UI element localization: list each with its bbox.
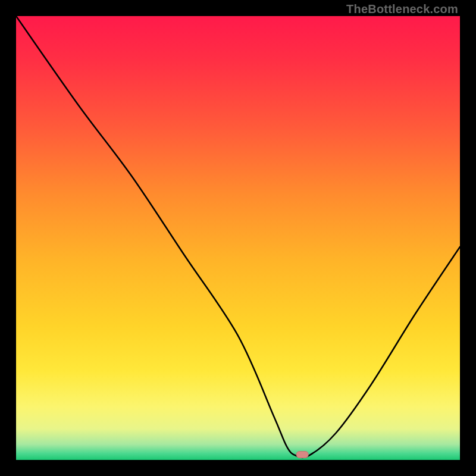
chart-container: TheBottleneck.com [0,0,476,476]
curve-layer [16,16,460,460]
plot-area [16,16,460,460]
optimal-marker [296,452,308,458]
watermark-text: TheBottleneck.com [346,2,458,16]
bottleneck-curve [16,16,460,458]
